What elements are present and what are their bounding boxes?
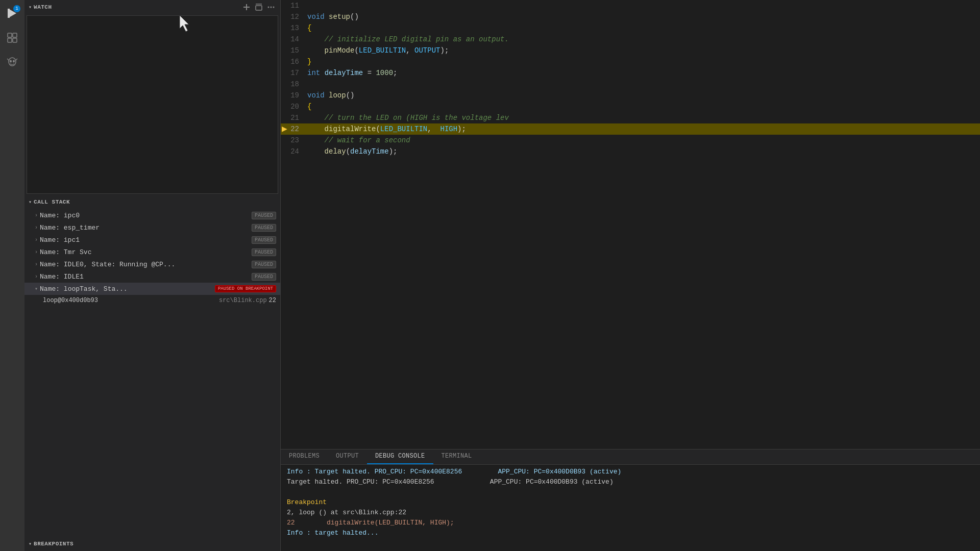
line-content: } <box>307 58 980 66</box>
run-debug-icon[interactable]: 1 <box>3 4 21 22</box>
tab-output-label: OUTPUT <box>336 453 359 460</box>
code-line-19: 19 void loop() <box>281 90 980 101</box>
stack-chevron-expanded-icon: ▾ <box>35 286 38 292</box>
badge-count: 1 <box>13 5 20 12</box>
svg-rect-2 <box>8 33 12 37</box>
stack-chevron-icon: › <box>35 249 38 255</box>
stack-item-ipc1[interactable]: › Name: ipc1 PAUSED <box>24 234 280 246</box>
breakpoints-title: BREAKPOINTS <box>34 541 276 547</box>
stack-item-name: Name: esp_timer <box>40 224 248 232</box>
line-number: 17 <box>281 69 307 77</box>
stack-item-idle1[interactable]: › Name: IDLE1 PAUSED <box>24 270 280 283</box>
line-number: 21 <box>281 114 307 122</box>
callstack-chevron-icon: ▾ <box>29 199 32 205</box>
console-line-location: 2, loop () at src\Blink.cpp:22 <box>287 508 974 518</box>
svg-point-8 <box>13 60 15 63</box>
code-line-16: 16 } <box>281 56 980 67</box>
breakpoints-section: ▾ BREAKPOINTS <box>24 537 280 551</box>
alien-icon[interactable] <box>3 53 21 71</box>
stack-item-name: Name: ipc0 <box>40 212 248 219</box>
stack-sub-file: src\Blink.cpp <box>219 297 267 304</box>
line-content: // turn the LED on (HIGH is the voltage … <box>307 114 980 122</box>
stack-item-looptask[interactable]: ▾ Name: loopTask, Sta... PAUSED ON BREAK… <box>24 283 280 295</box>
breakpoints-header[interactable]: ▾ BREAKPOINTS <box>24 537 280 551</box>
stack-badge-paused-breakpoint: PAUSED ON BREAKPOINT <box>215 285 276 292</box>
watch-collapse-button[interactable] <box>254 2 264 12</box>
tab-debug-console[interactable]: DEBUG CONSOLE <box>367 449 433 464</box>
line-number: 24 <box>281 147 307 156</box>
code-line-23: 23 // wait for a second <box>281 135 980 146</box>
sidebar: ▾ WATCH <box>24 0 281 551</box>
stack-item-ipc0[interactable]: › Name: ipc0 PAUSED <box>24 209 280 221</box>
tab-problems-label: PROBLEMS <box>289 453 320 460</box>
svg-line-10 <box>16 59 17 60</box>
line-number: 13 <box>281 24 307 32</box>
line-content: delay(delayTime); <box>307 147 980 156</box>
line-content: void setup() <box>307 13 980 21</box>
console-line-code: 22 digitalWrite(LED_BUILTIN, HIGH); <box>287 518 974 528</box>
line-content: void loop() <box>307 91 980 99</box>
line-number: 19 <box>281 91 307 99</box>
svg-rect-1 <box>8 9 10 18</box>
code-lines: 11 12 void setup() 13 { 14 // initialize… <box>281 0 980 157</box>
tab-terminal[interactable]: TERMINAL <box>433 449 480 464</box>
activity-bar: 1 <box>0 0 24 551</box>
stack-item-name: Name: IDLE0, State: Running @CP... <box>40 261 248 268</box>
console-line-breakpoint: Breakpoint <box>287 497 974 508</box>
line-number: 15 <box>281 46 307 55</box>
svg-point-17 <box>273 7 275 8</box>
extensions-icon[interactable] <box>3 29 21 47</box>
callstack-body: › Name: ipc0 PAUSED › Name: esp_timer PA… <box>24 209 280 306</box>
stack-sub-name: loop@0x400d0b93 <box>43 297 219 304</box>
arrow-indicator: ▶ <box>282 123 287 135</box>
stack-sub-line: 22 <box>269 297 276 304</box>
stack-item-name: Name: loopTask, Sta... <box>40 285 211 293</box>
tab-debug-console-label: DEBUG CONSOLE <box>375 453 425 460</box>
watch-add-button[interactable] <box>241 2 252 12</box>
bottom-panel: PROBLEMS OUTPUT DEBUG CONSOLE TERMINAL I… <box>281 449 980 551</box>
line-number: 18 <box>281 80 307 88</box>
code-line-13: 13 { <box>281 22 980 34</box>
svg-line-9 <box>7 59 9 60</box>
line-number: 11 <box>281 2 307 10</box>
code-line-20: 20 { <box>281 101 980 112</box>
callstack-header[interactable]: ▾ CALL STACK <box>24 195 280 209</box>
tab-problems[interactable]: PROBLEMS <box>281 449 328 464</box>
console-line-info: Info : Target halted. PRO_CPU: PC=0x400E… <box>287 467 974 477</box>
console-content: Info : Target halted. PRO_CPU: PC=0x400E… <box>281 465 980 551</box>
code-line-24: 24 delay(delayTime); <box>281 146 980 157</box>
stack-chevron-icon: › <box>35 213 38 218</box>
stack-chevron-icon: › <box>35 225 38 231</box>
stack-sub-item[interactable]: loop@0x400d0b93 src\Blink.cpp 22 <box>24 295 280 306</box>
svg-rect-13 <box>256 6 262 10</box>
line-number: 23 <box>281 136 307 144</box>
watch-title: WATCH <box>34 4 241 10</box>
code-line-21: 21 // turn the LED on (HIGH is the volta… <box>281 112 980 123</box>
panel-tabs: PROBLEMS OUTPUT DEBUG CONSOLE TERMINAL <box>281 449 980 465</box>
watch-chevron-icon: ▾ <box>29 4 32 10</box>
line-content: // initialize LED digital pin as an outp… <box>307 35 980 43</box>
watch-header[interactable]: ▾ WATCH <box>24 0 280 14</box>
code-editor[interactable]: 11 12 void setup() 13 { 14 // initialize… <box>281 0 980 449</box>
stack-item-idle0[interactable]: › Name: IDLE0, State: Running @CP... PAU… <box>24 258 280 270</box>
callstack-title: CALL STACK <box>34 199 276 205</box>
line-content: int delayTime = 1000; <box>307 69 980 77</box>
code-line-11: 11 <box>281 0 980 11</box>
stack-item-name: Name: IDLE1 <box>40 273 248 281</box>
stack-item-esp-timer[interactable]: › Name: esp_timer PAUSED <box>24 221 280 234</box>
code-line-18: 18 <box>281 79 980 90</box>
svg-rect-3 <box>13 33 17 37</box>
tab-output[interactable]: OUTPUT <box>328 449 367 464</box>
line-content: { <box>307 103 980 111</box>
stack-chevron-icon: › <box>35 237 38 243</box>
line-number: 12 <box>281 13 307 21</box>
stack-badge-paused: PAUSED <box>252 224 276 232</box>
console-line-halt: Target halted. PRO_CPU: PC=0x400E8256 AP… <box>287 477 974 487</box>
line-number: 14 <box>281 35 307 43</box>
watch-body <box>27 15 278 194</box>
stack-item-tmr-svc[interactable]: › Name: Tmr Svc PAUSED <box>24 246 280 258</box>
svg-rect-5 <box>13 38 17 42</box>
watch-more-button[interactable] <box>266 2 276 12</box>
stack-badge-paused: PAUSED <box>252 273 276 281</box>
code-line-22: 22 ▶ digitalWrite(LED_BUILTIN, HIGH); <box>281 123 980 135</box>
